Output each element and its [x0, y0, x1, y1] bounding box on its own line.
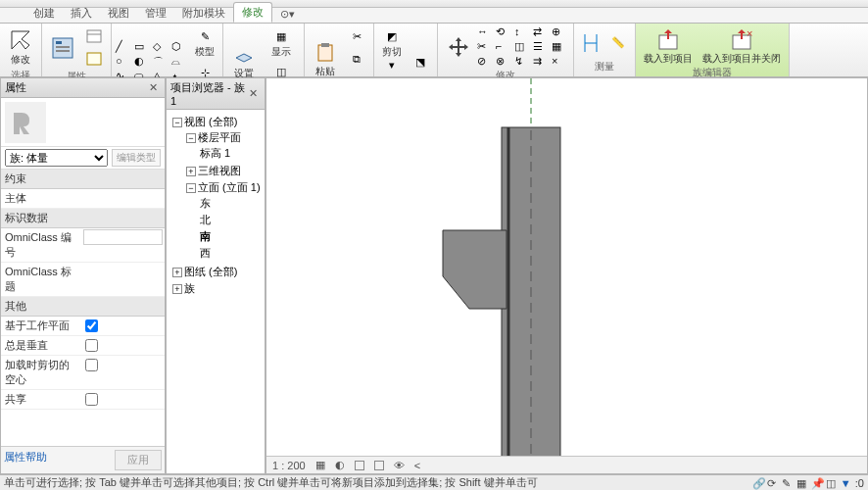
type-props-button[interactable]	[81, 25, 107, 47]
properties-panel: 属性✕ 族: 体量 编辑类型 约束 主体 标识数据 OmniClass 编号 O…	[0, 77, 166, 474]
visual-style-icon[interactable]: ◐	[335, 459, 345, 471]
family-props-button[interactable]	[81, 48, 107, 70]
cut-geo-button[interactable]: ◩剪切▾	[378, 25, 406, 74]
properties-help-link[interactable]: 属性帮助	[4, 450, 111, 470]
cut-voids-checkbox[interactable]	[85, 359, 98, 371]
view-control-bar: 1 : 200 ▦ ◐ 👁 <	[266, 456, 867, 473]
select-count: :0	[855, 477, 864, 489]
svg-rect-2	[56, 46, 70, 48]
apply-button[interactable]: 应用	[115, 450, 162, 470]
always-vertical-checkbox[interactable]	[85, 339, 98, 352]
sync-icon[interactable]: ⟳	[767, 477, 779, 489]
shared-checkbox[interactable]	[85, 393, 98, 406]
tab-view[interactable]: 视图	[100, 4, 137, 23]
edit-type-button[interactable]: 编辑类型	[112, 149, 161, 167]
ribbon: 修改 选择 属性 ╱▭◇⬡ ○◐⌒⌓ ∿⬭△⋆ ✎模型 ⊹参照 绘制	[0, 24, 868, 77]
drawing-canvas[interactable]: 1 : 200 ▦ ◐ 👁 <	[265, 77, 868, 474]
properties-button[interactable]	[46, 33, 79, 63]
svg-rect-6	[87, 53, 101, 65]
align-dim-button[interactable]	[578, 32, 603, 54]
select-face-icon[interactable]: ◫	[826, 477, 838, 489]
crop-button[interactable]	[374, 461, 384, 470]
properties-title: 属性	[5, 80, 26, 95]
detail-level-icon[interactable]: ▦	[315, 459, 325, 471]
copy-clip-button[interactable]: ⧉	[344, 48, 369, 70]
tab-manage[interactable]: 管理	[137, 4, 174, 23]
set-plane-button[interactable]: 设置	[227, 39, 261, 82]
svg-rect-4	[87, 30, 101, 42]
close-props-icon[interactable]: ✕	[146, 81, 161, 94]
svg-text:×: ×	[747, 27, 752, 39]
sun-button[interactable]	[355, 461, 364, 470]
cat-other: 其他	[1, 297, 165, 317]
modify-tools[interactable]: ↔⟲↕⇄⊕ ✂⌐◫☰▦ ⊘⊗↯⇉×	[477, 25, 569, 69]
cope-button[interactable]: ⬔	[408, 52, 433, 74]
tab-create[interactable]: 创建	[25, 4, 63, 23]
svg-rect-3	[56, 50, 70, 52]
tab-extra[interactable]: ⊙▾	[272, 6, 303, 23]
cut-clip-button[interactable]: ✂	[344, 25, 369, 47]
hide-icon[interactable]: 👁	[394, 460, 405, 471]
load-into-project-button[interactable]: 载入到项目	[640, 25, 697, 66]
tab-modify[interactable]: 修改	[233, 2, 272, 23]
close-browser-icon[interactable]: ✕	[246, 87, 261, 100]
move-tool-button[interactable]	[442, 32, 475, 62]
workplane-based-checkbox[interactable]	[85, 319, 98, 332]
draw-tools[interactable]: ╱▭◇⬡ ○◐⌒⌓ ∿⬭△⋆	[116, 40, 189, 83]
svg-rect-8	[321, 43, 329, 47]
browser-title: 项目浏览器 - 族1	[170, 80, 246, 107]
expand-icon[interactable]: −	[172, 118, 182, 127]
project-browser-panel: 项目浏览器 - 族1✕ −视图 (全部) −楼层平面 标高 1 +三维视图 −立…	[166, 77, 265, 474]
editable-icon[interactable]: ✎	[782, 477, 794, 489]
tab-addins[interactable]: 附加模块	[174, 4, 233, 23]
model-button[interactable]: ✎模型	[191, 25, 218, 61]
omniclass-number-input[interactable]	[83, 229, 163, 245]
family-logo	[5, 102, 46, 143]
cat-identity: 标识数据	[1, 209, 165, 228]
svg-rect-7	[318, 45, 332, 61]
modify-button[interactable]: 修改	[4, 25, 37, 69]
status-bar: 单击可进行选择; 按 Tab 键并单击可选择其他项目; 按 Ctrl 键并单击可…	[0, 474, 868, 490]
filter-icon[interactable]: ▼	[841, 477, 852, 489]
scale-label[interactable]: 1 : 200	[272, 460, 306, 471]
select-link-icon[interactable]: ▦	[796, 477, 808, 489]
cat-constraints: 约束	[1, 170, 165, 189]
show-plane-button[interactable]: ▦显示	[263, 25, 300, 61]
measure-button[interactable]: 📏	[605, 32, 631, 54]
paste-button[interactable]: 粘贴	[309, 37, 342, 80]
load-close-button[interactable]: ×载入到项目并关闭	[699, 25, 785, 66]
workset-icon[interactable]: 🔗	[752, 477, 764, 489]
tab-insert[interactable]: 插入	[63, 4, 100, 23]
ribbon-tabs: 创建 插入 视图 管理 附加模块 修改 ⊙▾	[0, 8, 868, 24]
select-pin-icon[interactable]: 📌	[811, 477, 823, 489]
svg-rect-1	[56, 41, 62, 44]
family-type-select[interactable]: 族: 体量	[5, 149, 108, 167]
project-tree[interactable]: −视图 (全部) −楼层平面 标高 1 +三维视图 −立面 (立面 1) 东 北…	[167, 110, 265, 473]
status-text: 单击可进行选择; 按 Tab 键并单击可选择其他项目; 按 Ctrl 键并单击可…	[4, 475, 538, 490]
